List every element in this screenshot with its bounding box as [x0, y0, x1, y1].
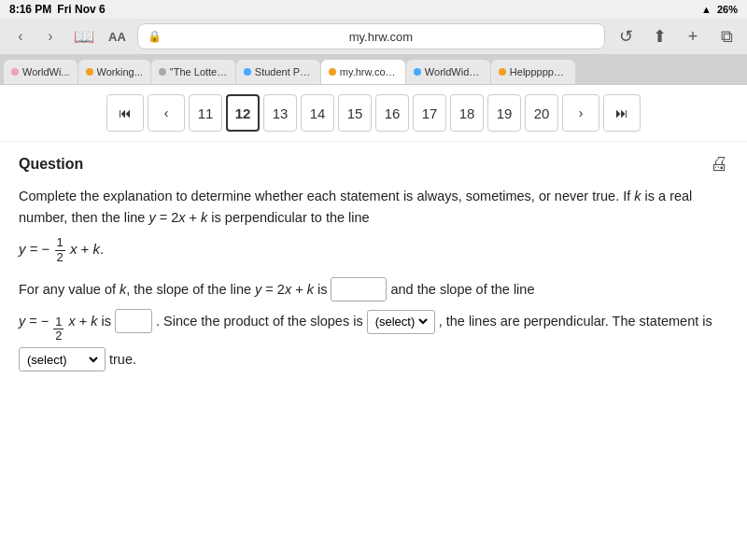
page-18[interactable]: 18 — [450, 94, 484, 132]
true-text: true. — [109, 347, 136, 371]
question-area: Question 🖨 Complete the explanation to d… — [0, 142, 747, 399]
tab-worldwideT[interactable]: WorldWideTe... — [406, 60, 490, 84]
page-20[interactable]: 20 — [525, 94, 558, 132]
tab-student-portal[interactable]: Student Portal — [236, 60, 320, 84]
last-page-button[interactable]: ⏭ — [603, 94, 641, 132]
toolbar-actions: ↺ ⬆ + ⧉ — [613, 23, 740, 49]
text-size-button[interactable]: AA — [105, 30, 130, 44]
browser-chrome: ‹ › 📖 AA 🔒 my.hrw.com ↺ ⬆ + ⧉ WorldWi...… — [0, 19, 747, 85]
main-content: ⏮ ‹ 11 12 13 14 15 16 17 18 19 20 › ⏭ Qu… — [0, 85, 747, 560]
forward-button[interactable]: › — [37, 23, 63, 49]
tab-dot — [159, 68, 166, 76]
status-left: 8:16 PM Fri Nov 6 — [9, 3, 106, 16]
slope-input-1[interactable] — [331, 277, 387, 301]
page-15[interactable]: 15 — [338, 94, 372, 132]
new-tab-button[interactable]: + — [680, 23, 706, 49]
select-statement[interactable]: (select) always sometimes never — [19, 347, 106, 371]
first-page-button[interactable]: ⏮ — [106, 94, 144, 132]
for-any-text: For any value of k, the slope of the lin… — [19, 277, 327, 301]
share-button[interactable]: ⬆ — [646, 23, 672, 49]
tabs-bar: WorldWi... Working... "The Lottery,... S… — [0, 54, 747, 84]
answer-line-2: y = − 1 2 x + k is . Since the product o… — [19, 309, 728, 371]
fraction-half: 1 2 — [55, 236, 65, 264]
tab-label: "The Lottery,... — [170, 66, 228, 77]
page-navigation: ⏮ ‹ 11 12 13 14 15 16 17 18 19 20 › ⏭ — [0, 85, 747, 142]
page-13[interactable]: 13 — [263, 94, 297, 132]
plus-k-is-text: + k is — [79, 309, 111, 333]
question-label: Question — [19, 156, 83, 173]
tab-dot — [244, 68, 251, 76]
refresh-button[interactable]: ↺ — [613, 23, 639, 49]
fraction-half-2: 1 2 — [53, 315, 63, 343]
address-text: my.hrw.com — [167, 30, 595, 44]
tab-label: my.hrw.com/... — [340, 66, 398, 77]
page-12[interactable]: 12 — [226, 94, 260, 132]
tab-dot — [11, 68, 19, 76]
back-button[interactable]: ‹ — [7, 23, 34, 49]
tab-dot — [499, 68, 506, 76]
tab-label: Helpppppp... — [510, 66, 568, 77]
next-page-button[interactable]: › — [562, 94, 599, 132]
tab-label: Working... — [97, 66, 143, 77]
select-product-dropdown[interactable]: (select) −1 1 0 — [372, 314, 430, 329]
prev-page-button[interactable]: ‹ — [148, 94, 185, 132]
print-button[interactable]: 🖨 — [710, 153, 728, 175]
tabs-button[interactable]: ⧉ — [713, 23, 740, 49]
math-line-equation: y = − 1 2 x + k. — [19, 236, 728, 264]
page-14[interactable]: 14 — [301, 94, 334, 132]
instruction-text: Complete the explanation to determine wh… — [19, 189, 634, 203]
tab-label: WorldWi... — [22, 66, 70, 77]
nav-buttons: ‹ › — [7, 23, 63, 49]
battery: 26% — [717, 4, 738, 15]
tab-label: Student Portal — [255, 66, 313, 77]
answer-line-1: For any value of k, the slope of the lin… — [19, 277, 728, 301]
page-16[interactable]: 16 — [375, 94, 409, 132]
since-text: . Since the product of the slopes is — [156, 309, 363, 333]
slope-input-2[interactable] — [115, 309, 152, 333]
tab-dot — [414, 68, 421, 76]
lines-are-text: , the lines are perpendicular. The state… — [439, 309, 712, 333]
question-header: Question 🖨 — [19, 153, 728, 175]
y-equals-text: y = − — [19, 309, 49, 333]
select-statement-dropdown[interactable]: (select) always sometimes never — [23, 352, 101, 368]
and-slope-text: and the slope of the line — [390, 277, 534, 301]
tab-dot — [329, 68, 336, 76]
wifi-icon: ▲ — [701, 4, 712, 15]
bookmarks-button[interactable]: 📖 — [71, 23, 97, 49]
day: Fri Nov 6 — [57, 3, 105, 16]
k-var: k — [634, 189, 641, 203]
tab-hrw[interactable]: my.hrw.com/... — [321, 60, 405, 84]
time: 8:16 PM — [9, 3, 51, 16]
tab-working[interactable]: Working... — [78, 60, 150, 84]
page-19[interactable]: 19 — [487, 94, 521, 132]
status-right: ▲ 26% — [701, 4, 738, 15]
tab-worldwi[interactable]: WorldWi... — [4, 60, 78, 84]
lock-icon: 🔒 — [148, 30, 162, 43]
tab-lottery[interactable]: "The Lottery,... — [151, 60, 235, 84]
address-bar[interactable]: 🔒 my.hrw.com — [137, 23, 605, 49]
browser-toolbar: ‹ › 📖 AA 🔒 my.hrw.com ↺ ⬆ + ⧉ — [0, 19, 747, 54]
question-instruction: Complete the explanation to determine wh… — [19, 186, 728, 229]
tab-help[interactable]: Helpppppp... — [491, 60, 575, 84]
tab-dot — [86, 68, 93, 76]
select-product[interactable]: (select) −1 1 0 — [367, 310, 435, 334]
page-17[interactable]: 17 — [413, 94, 446, 132]
tab-label: WorldWideTe... — [425, 66, 483, 77]
page-11[interactable]: 11 — [189, 94, 222, 132]
status-bar: 8:16 PM Fri Nov 6 ▲ 26% — [0, 0, 747, 19]
